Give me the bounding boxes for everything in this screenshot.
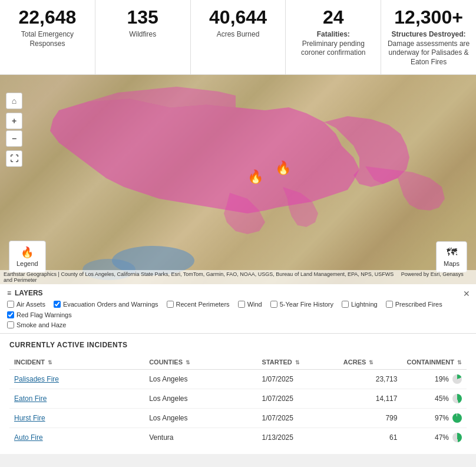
table-header-row: INCIDENT ⇅ COUNTIES ⇅ STARTED ⇅ ACRES ⇅ … <box>9 355 467 370</box>
containment-pct-palisades-fire: 19% <box>435 375 449 383</box>
layers-checkboxes: Air Assets Evacuation Orders and Warning… <box>7 301 469 318</box>
table-row: Eaton Fire Los Angeles 1/07/2025 14,117 … <box>9 389 467 408</box>
table-row: Palisades Fire Los Angeles 1/07/2025 23,… <box>9 369 467 389</box>
layer-recent-perimeters-checkbox[interactable] <box>167 301 174 308</box>
containment-cell: 47% <box>402 427 467 447</box>
layers-icon: ≡ <box>7 289 11 297</box>
incident-name-cell: Auto Fire <box>9 427 144 447</box>
stat-emergency-responses: 22,648 Total EmergencyResponses <box>0 0 95 74</box>
containment-circle-auto-fire <box>452 433 462 442</box>
containment-pct-auto-fire: 47% <box>435 433 449 442</box>
layer-smoke-haze[interactable]: Smoke and Haze <box>7 321 66 328</box>
wildfires-number: 135 <box>101 7 184 28</box>
fire-perimeter-overlay <box>0 75 476 284</box>
layers-title: LAYERS <box>15 289 43 297</box>
incident-link-eaton-fire[interactable]: Eaton Fire <box>14 394 47 403</box>
th-incident: INCIDENT ⇅ <box>9 355 144 370</box>
map-container[interactable]: 🔥 🔥 ⌂ + − ⛶ 🔥 Legend 🗺 Maps Earthstar Ge… <box>0 75 476 284</box>
incident-name-cell: Palisades Fire <box>9 369 144 389</box>
stat-structures-destroyed: 12,300+ Structures Destroyed:Damage asse… <box>381 0 476 74</box>
layer-prescribed-fires[interactable]: Prescribed Fires <box>386 301 442 308</box>
layer-evacuation-orders[interactable]: Evacuation Orders and Warnings <box>54 301 158 308</box>
layer-lightning-checkbox[interactable] <box>342 301 349 308</box>
sort-started-icon[interactable]: ⇅ <box>295 360 300 366</box>
counties-cell: Los Angeles <box>144 389 257 408</box>
incidents-table: INCIDENT ⇅ COUNTIES ⇅ STARTED ⇅ ACRES ⇅ … <box>9 355 467 447</box>
wildfires-label: Wildfires <box>101 30 184 40</box>
incident-name-cell: Eaton Fire <box>9 389 144 408</box>
containment-pct-hurst-fire: 97% <box>435 414 449 422</box>
th-started: STARTED ⇅ <box>257 355 339 370</box>
started-cell: 1/13/2025 <box>257 427 339 447</box>
acres-cell: 23,713 <box>339 369 402 389</box>
structures-destroyed-number: 12,300+ <box>387 7 470 28</box>
acres-cell: 61 <box>339 427 402 447</box>
layer-wind[interactable]: Wind <box>238 301 262 308</box>
layer-lightning[interactable]: Lightning <box>342 301 378 308</box>
structures-destroyed-label: Structures Destroyed:Damage assessments … <box>387 30 470 67</box>
acres-burned-number: 40,644 <box>197 7 280 28</box>
sort-acres-icon[interactable]: ⇅ <box>369 360 373 366</box>
acres-cell: 14,117 <box>339 389 402 408</box>
stat-fatalities: 24 Fatalities:Preliminary pending corone… <box>286 0 381 74</box>
fatalities-label: Fatalities:Preliminary pending coroner c… <box>292 30 375 58</box>
layer-five-year-history[interactable]: 5-Year Fire History <box>270 301 333 308</box>
layer-prescribed-fires-checkbox[interactable] <box>386 301 393 308</box>
maps-button[interactable]: 🗺 Maps <box>436 241 467 272</box>
fire-marker-eaton[interactable]: 🔥 <box>247 169 263 185</box>
maps-label: Maps <box>444 260 460 267</box>
table-row: Auto Fire Ventura 1/13/2025 61 47% <box>9 427 467 447</box>
sort-counties-icon[interactable]: ⇅ <box>186 360 190 366</box>
counties-cell: Ventura <box>144 427 257 447</box>
containment-cell: 45% <box>402 389 467 408</box>
layer-air-assets[interactable]: Air Assets <box>7 301 45 308</box>
th-acres: ACRES ⇅ <box>339 355 402 370</box>
sort-containment-icon[interactable]: ⇅ <box>457 360 462 366</box>
layers-close-button[interactable]: ✕ <box>463 289 470 298</box>
th-containment: CONTAINMENT ⇅ <box>402 355 467 370</box>
started-cell: 1/07/2025 <box>257 408 339 427</box>
layers-panel: ≡ LAYERS ✕ Air Assets Evacuation Orders … <box>0 284 476 334</box>
incidents-section: CURRENTLY ACTIVE INCIDENTS INCIDENT ⇅ CO… <box>0 334 476 454</box>
emergency-responses-label: Total EmergencyResponses <box>6 30 89 48</box>
maps-icon: 🗺 <box>444 246 460 259</box>
emergency-responses-number: 22,648 <box>6 7 89 28</box>
layer-five-year-checkbox[interactable] <box>270 301 277 308</box>
counties-cell: Los Angeles <box>144 369 257 389</box>
containment-circle-palisades-fire <box>452 374 462 384</box>
map-controls: ⌂ + − ⛶ <box>6 93 22 167</box>
acres-burned-label: Acres Burned <box>197 30 280 40</box>
incident-link-hurst-fire[interactable]: Hurst Fire <box>14 414 45 422</box>
layer-recent-perimeters[interactable]: Recent Perimeters <box>167 301 230 308</box>
started-cell: 1/07/2025 <box>257 389 339 408</box>
table-row: Hurst Fire Los Angeles 1/07/2025 799 97% <box>9 408 467 427</box>
layers-header: ≡ LAYERS <box>7 289 469 297</box>
containment-circle-eaton-fire <box>452 394 462 403</box>
th-counties: COUNTIES ⇅ <box>144 355 257 370</box>
zoom-out-button[interactable]: − <box>6 130 22 147</box>
layer-air-assets-checkbox[interactable] <box>7 301 14 308</box>
home-button[interactable]: ⌂ <box>6 93 22 109</box>
legend-icon: 🔥 <box>16 246 38 259</box>
containment-pct-eaton-fire: 45% <box>435 394 449 403</box>
expand-button[interactable]: ⛶ <box>6 150 22 167</box>
containment-circle-hurst-fire <box>452 413 462 423</box>
layer-wind-checkbox[interactable] <box>238 301 245 308</box>
started-cell: 1/07/2025 <box>257 369 339 389</box>
layer-evacuation-checkbox[interactable] <box>54 301 61 308</box>
fatalities-number: 24 <box>292 7 375 28</box>
fire-marker-palisades[interactable]: 🔥 <box>275 160 291 176</box>
legend-label: Legend <box>16 260 38 267</box>
layer-smoke-haze-checkbox[interactable] <box>7 321 14 328</box>
legend-button[interactable]: 🔥 Legend <box>9 241 46 272</box>
zoom-in-button[interactable]: + <box>6 113 22 129</box>
incident-link-palisades-fire[interactable]: Palisades Fire <box>14 375 59 383</box>
stat-wildfires: 135 Wildfires <box>95 0 191 74</box>
sort-incident-icon[interactable]: ⇅ <box>48 360 52 366</box>
counties-cell: Los Angeles <box>144 408 257 427</box>
layer-red-flag-checkbox[interactable] <box>7 311 14 318</box>
map-attribution: Earthstar Geographics | County of Los An… <box>0 270 476 284</box>
layer-red-flag[interactable]: Red Flag Warnings <box>7 311 72 318</box>
acres-cell: 799 <box>339 408 402 427</box>
incident-link-auto-fire[interactable]: Auto Fire <box>14 433 43 442</box>
